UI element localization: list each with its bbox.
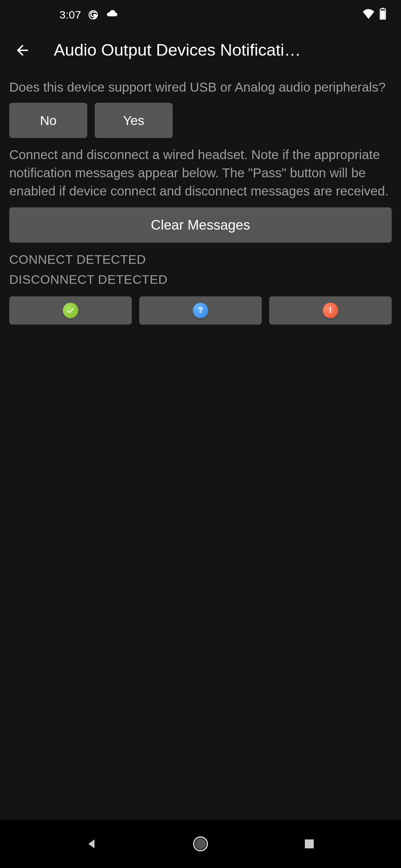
navigation-bar	[0, 820, 401, 868]
nav-recent-button[interactable]	[298, 833, 320, 855]
cloud-icon	[105, 9, 118, 21]
circle-home-icon	[192, 836, 209, 852]
question-icon: ?	[193, 303, 208, 318]
message-disconnect: DISCONNECT DETECTED	[9, 269, 392, 289]
battery-icon	[379, 8, 386, 22]
status-bar: 3:07 G	[0, 0, 401, 30]
svg-rect-3	[381, 10, 385, 19]
svg-text:!: !	[329, 306, 332, 315]
info-button[interactable]: ?	[139, 296, 262, 325]
pass-button[interactable]	[9, 296, 132, 325]
page-title: Audio Output Devices Notificati…	[54, 40, 392, 60]
nav-back-button[interactable]	[81, 833, 103, 855]
content-area: Does this device support wired USB or An…	[0, 70, 401, 332]
svg-text:G: G	[90, 10, 97, 19]
check-icon	[63, 303, 78, 318]
square-recent-icon	[303, 838, 315, 850]
exclamation-icon: !	[323, 303, 338, 318]
triangle-back-icon	[85, 837, 98, 851]
svg-rect-8	[305, 839, 314, 848]
result-button-row: ? !	[9, 296, 392, 325]
wifi-icon	[362, 9, 375, 22]
clear-messages-button[interactable]: Clear Messages	[9, 207, 392, 243]
fail-button[interactable]: !	[269, 296, 392, 325]
message-connect: CONNECT DETECTED	[9, 249, 392, 269]
arrow-back-icon	[14, 42, 31, 59]
no-button[interactable]: No	[9, 103, 87, 138]
nav-home-button[interactable]	[189, 833, 212, 855]
svg-point-7	[195, 838, 206, 849]
yes-button[interactable]: Yes	[95, 103, 173, 138]
choice-button-row: No Yes	[9, 103, 392, 138]
app-bar: Audio Output Devices Notificati…	[0, 30, 401, 70]
instruction-text: Connect and disconnect a wired headset. …	[9, 145, 392, 200]
status-time: 3:07	[59, 9, 81, 21]
status-left: 3:07 G	[59, 9, 118, 21]
question-text: Does this device support wired USB or An…	[9, 78, 392, 96]
google-icon: G	[88, 9, 99, 20]
svg-text:?: ?	[198, 306, 203, 315]
status-right	[362, 8, 386, 22]
back-button[interactable]	[9, 37, 35, 63]
